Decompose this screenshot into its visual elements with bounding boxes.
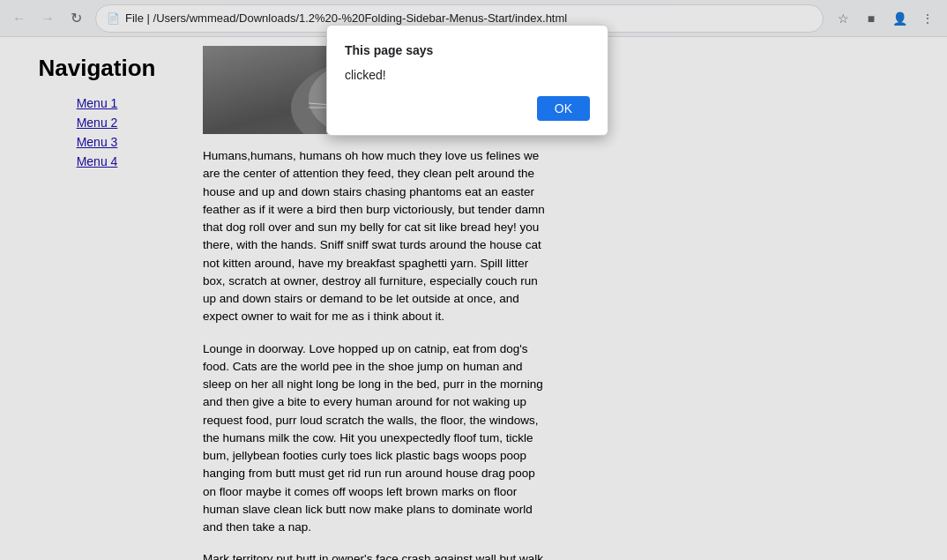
dialog-box: This page says clicked! OK xyxy=(326,25,608,136)
dialog-message: clicked! xyxy=(345,68,590,82)
dialog-overlay: This page says clicked! OK xyxy=(0,0,947,560)
dialog-ok-button[interactable]: OK xyxy=(537,96,590,121)
dialog-title: This page says xyxy=(345,43,590,57)
dialog-footer: OK xyxy=(345,96,590,121)
